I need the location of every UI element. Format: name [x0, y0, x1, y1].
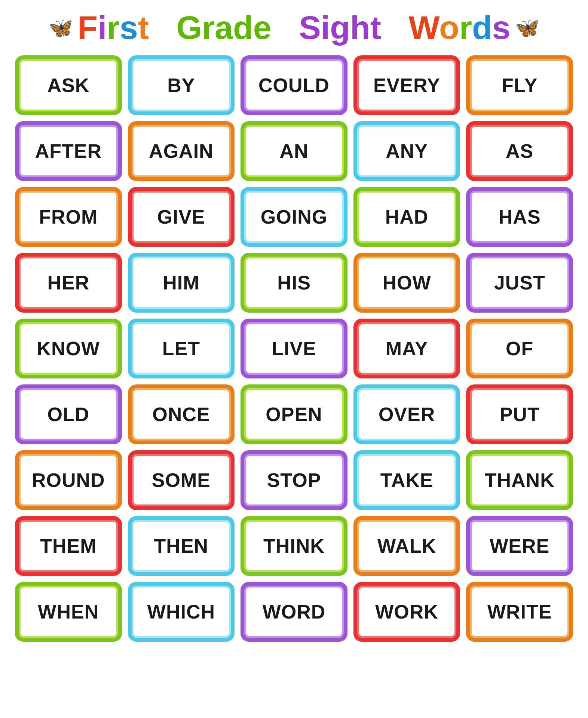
word-card-inner: WALK — [357, 520, 457, 572]
word-card-inner: EVERY — [357, 59, 457, 111]
word-card-inner: OPEN — [244, 388, 344, 441]
word-card-an: AN — [241, 121, 347, 181]
word-card-inner: AS — [470, 125, 569, 177]
words-grid: ASKBYCOULDEVERYFLYAFTERAGAINANANYASFROMG… — [15, 55, 573, 642]
word-card-inner: LIVE — [244, 322, 344, 375]
sight-word: WERE — [490, 535, 549, 557]
sight-word: ASK — [47, 74, 89, 96]
word-card-ask: ASK — [15, 55, 122, 115]
word-card-live: LIVE — [241, 319, 347, 378]
sight-word: EVERY — [373, 74, 440, 96]
word-card-inner: THEN — [132, 520, 231, 572]
word-card-inner: GOING — [244, 191, 344, 243]
word-card-inner: KNOW — [19, 322, 118, 375]
sight-word: HER — [47, 271, 89, 294]
sight-word: THEN — [154, 535, 209, 557]
sight-word: OPEN — [266, 403, 322, 426]
word-card-him: HIM — [128, 253, 235, 313]
sight-word: COULD — [258, 74, 330, 96]
word-card-round: ROUND — [15, 450, 122, 510]
word-card-when: WHEN — [15, 582, 122, 642]
sight-word: LIVE — [272, 337, 316, 360]
word-card-were: WERE — [466, 516, 573, 576]
word-card-how: HOW — [353, 253, 460, 313]
word-card-had: HAD — [353, 187, 460, 247]
word-card-his: HIS — [241, 253, 347, 313]
word-card-has: HAS — [466, 187, 573, 247]
sight-word: OF — [506, 337, 533, 360]
sight-word: HAD — [385, 206, 429, 228]
sight-word: ROUND — [32, 469, 105, 491]
sight-word: JUST — [494, 271, 545, 294]
sight-word: PUT — [500, 403, 540, 426]
word-card-her: HER — [15, 253, 122, 313]
word-card-inner: WORK — [357, 586, 457, 638]
word-card-could: COULD — [241, 55, 347, 115]
sight-word: BY — [167, 74, 195, 96]
word-card-from: FROM — [15, 187, 122, 247]
word-card-as: AS — [466, 121, 573, 181]
word-card-inner: OVER — [357, 388, 457, 441]
word-card-inner: AN — [244, 125, 344, 177]
word-card-word: WORD — [241, 582, 347, 642]
word-card-work: WORK — [353, 582, 460, 642]
sight-word: AS — [506, 140, 533, 162]
sight-word: SOME — [152, 469, 211, 491]
sight-word: WALK — [377, 535, 436, 557]
word-card-inner: GIVE — [132, 191, 231, 243]
sight-word: THEM — [40, 535, 97, 557]
word-card-inner: HIS — [244, 257, 344, 309]
sight-word: WHEN — [38, 601, 99, 623]
word-card-give: GIVE — [128, 187, 235, 247]
butterfly-left-icon: 🦋 — [49, 16, 73, 39]
sight-word: LET — [162, 337, 200, 360]
sight-word: WORK — [375, 601, 438, 623]
word-card-inner: THEM — [19, 520, 118, 572]
word-card-inner: WHEN — [19, 586, 118, 638]
page-title: First Grade Sight Words — [77, 11, 510, 44]
sight-word: WORD — [263, 601, 326, 623]
word-card-inner: WERE — [470, 520, 569, 572]
word-card-inner: ANY — [357, 125, 457, 177]
sight-word: MAY — [386, 337, 428, 360]
word-card-inner: FLY — [470, 59, 569, 111]
word-card-going: GOING — [241, 187, 347, 247]
word-card-inner: THANK — [470, 454, 569, 506]
word-card-inner: HAD — [357, 191, 457, 243]
word-card-inner: OLD — [19, 388, 118, 441]
title-area: 🦋 First Grade Sight Words 🦋 — [15, 11, 573, 44]
word-card-which: WHICH — [128, 582, 235, 642]
sight-word: FLY — [502, 74, 538, 96]
word-card-put: PUT — [466, 384, 573, 444]
word-card-inner: WORD — [244, 586, 344, 638]
sight-word: GOING — [261, 206, 327, 228]
sight-word: WHICH — [147, 601, 215, 623]
word-card-again: AGAIN — [128, 121, 235, 181]
word-card-inner: ROUND — [19, 454, 118, 506]
word-card-then: THEN — [128, 516, 235, 576]
sight-word: HIM — [163, 271, 199, 294]
sight-word: AFTER — [35, 140, 102, 162]
sight-word: HIS — [277, 271, 311, 294]
sight-word: AN — [279, 140, 308, 162]
word-card-some: SOME — [128, 450, 235, 510]
word-card-inner: MAY — [357, 322, 457, 375]
word-card-open: OPEN — [241, 384, 347, 444]
sight-word: THANK — [485, 469, 555, 491]
sight-word: WRITE — [487, 601, 552, 623]
word-card-inner: LET — [132, 322, 231, 375]
word-card-inner: SOME — [132, 454, 231, 506]
word-card-over: OVER — [353, 384, 460, 444]
word-card-stop: STOP — [241, 450, 347, 510]
word-card-inner: WRITE — [470, 586, 569, 638]
word-card-every: EVERY — [353, 55, 460, 115]
word-card-any: ANY — [353, 121, 460, 181]
sight-word: OVER — [379, 403, 435, 426]
word-card-inner: ONCE — [132, 388, 231, 441]
sight-word: OLD — [47, 403, 89, 426]
word-card-let: LET — [128, 319, 235, 378]
word-card-inner: OF — [470, 322, 569, 375]
butterfly-right-icon: 🦋 — [515, 16, 539, 39]
word-card-inner: AGAIN — [132, 125, 231, 177]
word-card-just: JUST — [466, 253, 573, 313]
